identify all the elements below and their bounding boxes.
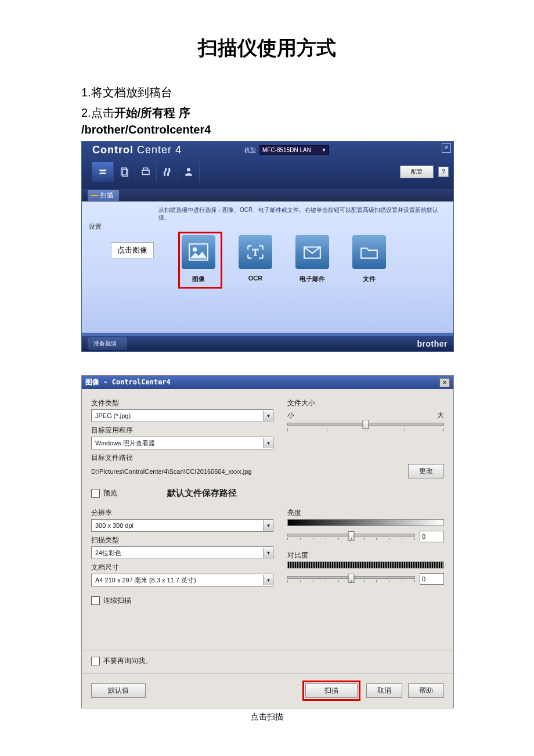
dialog-title-text: 图像 - ControlCenter4 [85,377,171,387]
svg-rect-3 [143,168,148,170]
scan-option-file[interactable]: 文件 [352,235,386,283]
label-target-app: 目标应用程序 [91,426,273,435]
chevron-down-icon: ▼ [263,548,273,558]
toolbar-scan-icon[interactable] [92,162,114,182]
status-text: 准备就绪 [88,337,127,350]
contrast-slider[interactable] [287,574,415,584]
tab-scan[interactable]: 扫描 [88,190,119,201]
brand-logo: brother [417,339,448,348]
scan-type-value: 24位彩色 [92,549,263,557]
label-resolution: 分辨率 [91,508,273,518]
brightness-value[interactable]: 0 [420,531,444,542]
cc4-toolbar: 配置 ? [92,162,449,182]
chevron-down-icon: ▼ [263,438,273,448]
label-doc-size: 文档尺寸 [91,563,273,573]
ocr-icon: T [239,235,272,269]
continuous-scan-checkbox[interactable] [91,596,100,605]
default-button[interactable]: 默认值 [91,683,146,698]
help-button[interactable]: 帮助 [408,683,444,698]
chevron-down-icon: ▼ [263,411,273,421]
svg-text:T: T [252,247,259,258]
step2-start: 开始 [114,106,138,119]
toolbar-support-icon[interactable] [178,162,200,182]
svg-point-4 [187,168,190,171]
cc4-tabstrip: 扫描 [82,189,453,201]
brightness-slider[interactable] [287,532,415,541]
dialog-titlebar: 图像 - ControlCenter4 ✕ [82,376,453,389]
cancel-button[interactable]: 取消 [366,683,402,698]
label-brightness: 亮度 [287,508,444,518]
preview-checkbox[interactable] [91,489,100,498]
target-path-value: D:\Pictures\ControlCenter4\Scan\CCI20160… [91,468,403,475]
target-app-value: Windows 照片查看器 [92,439,263,448]
close-icon[interactable]: ✕ [442,143,451,153]
filesize-small-label: 小 [287,411,294,420]
label-contrast: 对比度 [287,550,444,560]
dont-ask-label: 不要再询问我。 [103,656,152,666]
email-icon [295,235,329,269]
step-1: 1.将文档放到稿台 [81,85,534,100]
folder-icon [352,235,386,269]
callout-click-image: 点击图像 [111,242,154,258]
scan-option-image[interactable]: 图像 [182,235,215,283]
scan-settings-dialog: 图像 - ControlCenter4 ✕ 文件类型 JPEG (*.jpg)▼… [81,375,454,708]
brightness-gradient-icon [287,519,444,526]
label-filetype: 文件类型 [91,398,273,408]
contrast-value[interactable]: 0 [420,573,444,585]
scan-option-email-label: 电子邮件 [300,275,325,283]
cc4-header: Control Center 4 机型 MFC-8515DN LAN ▼ ✕ 配… [82,142,453,189]
scan-option-email[interactable]: 电子邮件 [295,235,329,283]
help-button[interactable]: ? [438,167,449,177]
scan-option-ocr[interactable]: T OCR [239,235,272,283]
tab-indicator-icon [91,195,98,196]
chevron-down-icon: ▼ [322,147,326,153]
default-save-path-note: 默认文件保存路径 [167,488,237,499]
resolution-value: 300 x 300 dpi [92,522,263,529]
cc4-side-label: 设置 [89,222,102,231]
filetype-value: JPEG (*.jpg) [92,412,263,419]
scan-option-file-label: 文件 [363,275,376,283]
toolbar-copy-icon[interactable] [114,162,135,182]
scan-click-note: 点击扫描 [0,712,534,722]
continuous-scan-label: 连续扫描 [103,596,131,606]
target-app-select[interactable]: Windows 照片查看器▼ [91,437,273,449]
doc-size-select[interactable]: A4 210 x 297 毫米 (8.3 x 11.7 英寸)▼ [91,574,273,586]
filesize-large-label: 大 [437,411,444,420]
step2-prefix: 2.点击 [81,106,114,119]
model-label: 机型 [244,146,256,154]
tab-scan-label: 扫描 [100,191,113,200]
dialog-footer: 默认值 扫描 取消 帮助 [82,673,453,708]
config-button[interactable]: 配置 [400,165,434,178]
label-target-path: 目标文件路径 [91,453,273,463]
scan-type-select[interactable]: 24位彩色▼ [91,546,273,559]
slider-thumb-icon [363,420,369,429]
doc-size-value: A4 210 x 297 毫米 (8.3 x 11.7 英寸) [92,576,263,585]
step2-allprograms: 所有程 序 [140,106,190,119]
toolbar-fax-icon[interactable] [135,162,157,182]
resolution-select[interactable]: 300 x 300 dpi▼ [91,519,273,532]
scan-button[interactable]: 扫描 [305,683,358,698]
filetype-select[interactable]: JPEG (*.jpg)▼ [91,409,273,422]
step-2: 2.点击开始/所有程 序 [81,105,534,121]
controlcenter4-window: Control Center 4 机型 MFC-8515DN LAN ▼ ✕ 配… [81,141,454,352]
dialog-close-icon[interactable]: ✕ [439,378,450,387]
toolbar-tools-icon[interactable] [157,162,178,182]
page-title: 扫描仪使用方式 [0,35,534,62]
preview-label: 预览 [103,488,117,498]
model-value: MFC-8515DN LAN [262,147,311,153]
svg-rect-2 [142,170,149,175]
dont-ask-checkbox[interactable] [91,657,100,665]
highlight-frame [178,232,222,289]
change-path-button[interactable]: 更改 [408,464,444,478]
chevron-down-icon: ▼ [263,575,273,585]
scan-highlight-frame: 扫描 [302,681,360,701]
filesize-slider[interactable] [287,422,444,426]
model-select[interactable]: MFC-8515DN LAN ▼ [259,145,329,155]
step-2-line2: /brother/Controlcenter4 [81,123,534,136]
label-filesize: 文件大小 [287,398,444,408]
cc4-panel: 从扫描选项中进行选择：图像、OCR、电子邮件或文件。右键单击按钮可以配置高级扫描… [82,201,453,333]
cc4-hint-text: 从扫描选项中进行选择：图像、OCR、电子邮件或文件。右键单击按钮可以配置高级扫描… [158,206,446,221]
chevron-down-icon: ▼ [263,520,273,531]
label-scan-type: 扫描类型 [91,535,273,545]
scan-option-ocr-label: OCR [248,275,262,282]
